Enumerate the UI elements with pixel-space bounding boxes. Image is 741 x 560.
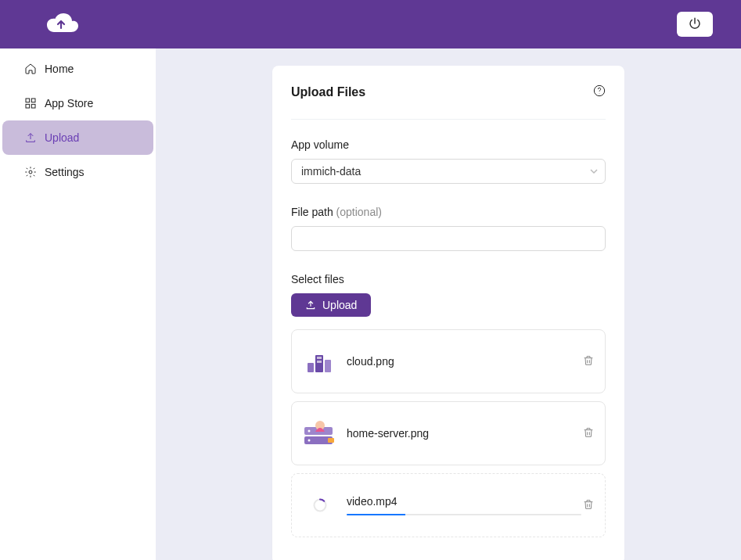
sidebar-item-upload[interactable]: Upload bbox=[2, 120, 153, 155]
svg-point-16 bbox=[308, 440, 311, 442]
trash-icon bbox=[582, 501, 595, 513]
svg-point-15 bbox=[308, 430, 311, 433]
delete-file-button[interactable] bbox=[581, 354, 595, 368]
svg-rect-9 bbox=[325, 360, 331, 372]
power-button[interactable] bbox=[677, 12, 713, 37]
volume-label: App volume bbox=[291, 138, 606, 151]
sidebar-item-home[interactable]: Home bbox=[2, 52, 153, 86]
help-icon[interactable] bbox=[593, 84, 606, 100]
trash-icon bbox=[582, 357, 595, 369]
app-header bbox=[0, 0, 741, 48]
path-input[interactable] bbox=[291, 226, 606, 251]
path-label-optional: (optional) bbox=[336, 206, 382, 218]
file-info: cloud.png bbox=[347, 355, 581, 368]
file-thumbnail bbox=[301, 415, 339, 452]
file-name: home-server.png bbox=[347, 427, 581, 440]
grid-icon bbox=[24, 97, 37, 109]
svg-rect-7 bbox=[308, 363, 314, 372]
path-label: File path (optional) bbox=[291, 206, 606, 218]
svg-rect-1 bbox=[31, 99, 35, 102]
sidebar-item-settings[interactable]: Settings bbox=[2, 155, 153, 189]
volume-select[interactable]: immich-data bbox=[291, 159, 606, 184]
upload-button-label: Upload bbox=[322, 299, 357, 311]
svg-rect-3 bbox=[31, 104, 35, 108]
card-title: Upload Files bbox=[291, 85, 365, 99]
file-name: cloud.png bbox=[347, 355, 581, 368]
delete-file-button[interactable] bbox=[581, 498, 595, 512]
file-thumbnail bbox=[301, 343, 339, 380]
loading-spinner-icon bbox=[312, 497, 328, 513]
svg-rect-10 bbox=[317, 357, 322, 359]
file-item: home-server.png bbox=[291, 401, 606, 465]
card-header: Upload Files bbox=[291, 84, 606, 120]
sidebar: Home App Store Upload Settings bbox=[0, 48, 156, 560]
power-icon bbox=[688, 16, 702, 33]
home-icon bbox=[24, 63, 37, 75]
upload-card: Upload Files App volume immich-data F bbox=[272, 66, 624, 560]
sidebar-item-label: App Store bbox=[45, 97, 93, 109]
form-group-files: Select files Upload bbox=[291, 273, 606, 537]
logo bbox=[38, 10, 83, 38]
svg-rect-2 bbox=[26, 104, 30, 108]
svg-rect-11 bbox=[317, 361, 322, 363]
volume-select-value[interactable]: immich-data bbox=[291, 159, 606, 184]
upload-icon bbox=[24, 131, 37, 144]
gear-icon bbox=[24, 166, 37, 178]
progress-fill bbox=[347, 514, 405, 515]
svg-point-6 bbox=[599, 93, 600, 94]
delete-file-button[interactable] bbox=[581, 426, 595, 440]
svg-point-4 bbox=[29, 171, 32, 174]
sidebar-item-label: Home bbox=[45, 63, 74, 75]
upload-button[interactable]: Upload bbox=[291, 293, 371, 317]
path-label-text: File path bbox=[291, 206, 333, 218]
select-files-label: Select files bbox=[291, 273, 606, 285]
sidebar-item-appstore[interactable]: App Store bbox=[2, 86, 153, 120]
file-name: video.mp4 bbox=[347, 495, 581, 508]
main-content: Upload Files App volume immich-data F bbox=[156, 48, 741, 560]
file-info: home-server.png bbox=[347, 427, 581, 440]
trash-icon bbox=[582, 429, 595, 441]
form-group-volume: App volume immich-data bbox=[291, 138, 606, 184]
file-item-uploading: video.mp4 bbox=[291, 473, 606, 537]
svg-rect-0 bbox=[26, 99, 30, 102]
progress-bar bbox=[347, 514, 581, 515]
form-group-path: File path (optional) bbox=[291, 206, 606, 251]
file-item: cloud.png bbox=[291, 329, 606, 393]
sidebar-item-label: Upload bbox=[45, 131, 79, 144]
file-thumbnail-loading bbox=[301, 486, 339, 524]
file-info: video.mp4 bbox=[347, 495, 581, 515]
svg-rect-17 bbox=[328, 438, 334, 443]
sidebar-item-label: Settings bbox=[45, 166, 85, 178]
